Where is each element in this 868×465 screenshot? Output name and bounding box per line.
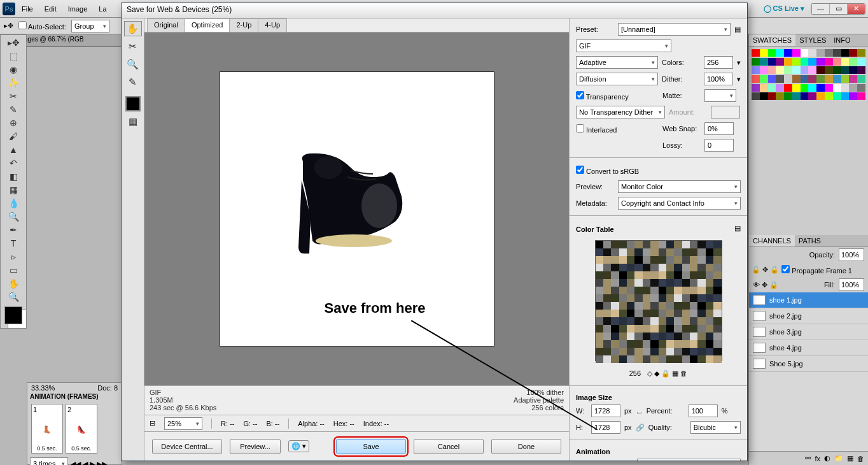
- quality-dropdown[interactable]: Bicubic: [690, 421, 741, 434]
- swatches-grid[interactable]: [749, 46, 868, 104]
- tab-optimized[interactable]: Optimized: [185, 18, 230, 32]
- websnap-field[interactable]: [704, 122, 734, 135]
- layer-row[interactable]: shoe 3.jpg: [749, 324, 868, 340]
- maximize-icon[interactable]: ▭: [829, 4, 847, 14]
- cslive-button[interactable]: ◯ CS Live ▾: [760, 3, 808, 14]
- wand-tool[interactable]: ✨: [2, 76, 25, 89]
- zoom-tool-icon[interactable]: 🔍: [124, 57, 142, 72]
- folder-icon[interactable]: 📁: [834, 454, 843, 462]
- auto-select-checkbox[interactable]: Auto-Select:: [18, 21, 66, 31]
- percent-field[interactable]: [689, 404, 718, 417]
- preview-dropdown[interactable]: Monitor Color: [618, 180, 741, 193]
- tab-original[interactable]: Original: [147, 18, 185, 32]
- layer-row[interactable]: shoe 2.jpg: [749, 308, 868, 324]
- hand-tool-icon[interactable]: ✋: [124, 21, 142, 36]
- blur-tool[interactable]: 💧: [2, 197, 25, 210]
- foreground-color-swatch[interactable]: [4, 306, 22, 324]
- transparency-checkbox[interactable]: Transparency: [576, 91, 659, 101]
- move-tool-icon[interactable]: ▸✥: [4, 22, 13, 30]
- trash-icon[interactable]: 🗑: [857, 455, 864, 462]
- preview-canvas[interactable]: Save from here: [220, 71, 494, 347]
- fx-icon[interactable]: fx: [815, 455, 820, 462]
- colors-arrow-icon[interactable]: ▾: [737, 59, 741, 67]
- metadata-dropdown[interactable]: Copyright and Contact Info: [618, 197, 741, 210]
- close-icon[interactable]: ✕: [847, 4, 865, 14]
- move-tool[interactable]: ▸✥: [2, 36, 25, 49]
- layer-row[interactable]: shoe 4.jpg: [749, 340, 868, 356]
- tab-info[interactable]: INFO: [830, 34, 854, 46]
- done-button[interactable]: Done: [491, 439, 561, 454]
- tab-paths[interactable]: PATHS: [795, 235, 825, 247]
- eyedropper-tool-icon[interactable]: ✎: [124, 75, 142, 90]
- preset-menu-icon[interactable]: ▤: [734, 25, 741, 34]
- gradient-tool[interactable]: ▦: [2, 183, 25, 196]
- menu-edit[interactable]: Edit: [39, 3, 62, 15]
- anim-frame[interactable]: 1 👢 0.5 sec.: [31, 404, 63, 454]
- slice-tool-icon[interactable]: ✂: [124, 39, 142, 54]
- preview-button[interactable]: Preview...: [230, 439, 281, 454]
- heal-tool[interactable]: ⊕: [2, 117, 25, 129]
- slice-visibility-icon[interactable]: ▦: [124, 114, 142, 129]
- interlaced-checkbox[interactable]: Interlaced: [576, 124, 659, 134]
- color-table[interactable]: [595, 240, 722, 361]
- hand-tool[interactable]: ✋: [2, 277, 25, 290]
- crop-tool[interactable]: ✂: [2, 90, 25, 103]
- shape-tool[interactable]: ▭: [2, 264, 25, 276]
- zoom-dropdown[interactable]: 25%: [164, 417, 202, 430]
- play-controls[interactable]: ◀◀ ◀ ▶ ▶▶: [71, 460, 107, 466]
- new-layer-icon[interactable]: ▦: [847, 454, 853, 462]
- layer-row[interactable]: shoe 1.jpg: [749, 292, 868, 308]
- history-brush-tool[interactable]: ↶: [2, 157, 25, 169]
- lasso-tool[interactable]: ◉: [2, 63, 25, 76]
- dither-field[interactable]: [704, 73, 733, 85]
- propagate-checkbox[interactable]: Propagate Frame 1: [781, 265, 852, 275]
- eyedropper-color-swatch[interactable]: [125, 96, 141, 111]
- srgb-checkbox[interactable]: Convert to sRGB: [576, 166, 639, 175]
- width-field[interactable]: [591, 404, 620, 417]
- zoom-tool[interactable]: 🔍: [2, 290, 25, 303]
- mask-icon[interactable]: ◐: [824, 454, 830, 462]
- height-field[interactable]: [591, 421, 620, 434]
- path-tool[interactable]: ▹: [2, 250, 25, 263]
- tab-4up[interactable]: 4-Up: [258, 18, 287, 32]
- link-icon[interactable]: ⎵: [637, 407, 641, 415]
- layer-icons[interactable]: 👁 ✥ 🔒: [753, 281, 778, 289]
- lossy-field[interactable]: [704, 139, 734, 152]
- tab-channels[interactable]: CHANNELS: [749, 235, 795, 247]
- cancel-button[interactable]: Cancel: [414, 439, 484, 454]
- lock-icons[interactable]: 🔓 ✥ 🔒: [752, 266, 779, 274]
- device-central-button[interactable]: Device Central...: [152, 439, 222, 454]
- eyedropper-tool[interactable]: ✎: [2, 103, 25, 116]
- anim-frame[interactable]: 2 👠 0.5 sec.: [66, 404, 97, 454]
- collapse-icon[interactable]: ⊟: [150, 419, 155, 427]
- menu-layer[interactable]: La: [94, 3, 111, 15]
- pen-tool[interactable]: ✒: [2, 224, 25, 236]
- link-icon[interactable]: ⚯: [805, 454, 811, 462]
- tab-styles[interactable]: STYLES: [795, 34, 830, 46]
- dodge-tool[interactable]: 🔍: [2, 210, 25, 223]
- minimize-icon[interactable]: —: [811, 4, 829, 14]
- opacity-field[interactable]: [839, 248, 864, 261]
- fill-field[interactable]: [839, 278, 864, 291]
- menu-file[interactable]: File: [17, 3, 38, 15]
- browser-icon[interactable]: 🌐 ▾: [288, 440, 309, 452]
- preset-dropdown[interactable]: [Unnamed]: [618, 23, 731, 36]
- dither-arrow-icon[interactable]: ▾: [737, 75, 741, 83]
- matte-dropdown[interactable]: [704, 89, 736, 102]
- ct-icons[interactable]: ◇ ◆ 🔒 ▦ 🗑: [647, 369, 687, 378]
- brush-tool[interactable]: 🖌: [2, 130, 25, 143]
- menu-image[interactable]: Image: [63, 3, 93, 15]
- stamp-tool[interactable]: ▲: [2, 143, 25, 156]
- marquee-tool[interactable]: ⬚: [2, 50, 25, 62]
- reduction-dropdown[interactable]: Adaptive: [576, 56, 658, 69]
- auto-select-dropdown[interactable]: Group: [71, 20, 109, 32]
- eraser-tool[interactable]: ◧: [2, 170, 25, 183]
- colors-field[interactable]: [704, 56, 733, 69]
- save-button[interactable]: Save: [336, 439, 406, 454]
- constrain-icon[interactable]: 🔗: [636, 424, 645, 432]
- dither-dropdown[interactable]: Diffusion: [576, 73, 658, 85]
- type-tool[interactable]: T: [2, 237, 25, 250]
- tab-swatches[interactable]: SWATCHES: [749, 34, 795, 46]
- format-dropdown[interactable]: GIF: [576, 39, 671, 52]
- trans-dither-dropdown[interactable]: No Transparency Dither: [576, 106, 665, 118]
